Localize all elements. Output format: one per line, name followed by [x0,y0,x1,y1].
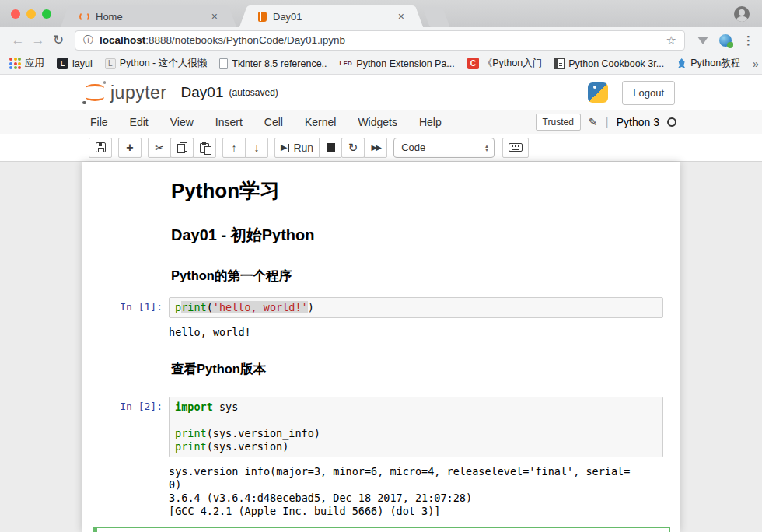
code-token: sys [213,401,239,413]
markdown-h3-first-program: Python的第一个程序 [171,268,680,285]
bookmark-label: Python Cookbook 3r... [568,58,664,69]
fast-forward-icon: ▶▶ [371,143,379,152]
paste-cell-button[interactable] [193,138,216,158]
letter-l-icon: L [105,58,116,69]
cell-type-select[interactable]: Code ▲▼ [393,138,495,158]
jupyter-logo-icon[interactable] [82,81,107,104]
step-forward-bar [288,144,289,152]
logout-button[interactable]: Logout [622,81,675,105]
code-token: p [175,301,181,313]
bookmark-label: Python - 这个人很懒 [120,57,208,70]
tab-close-icon[interactable]: × [211,10,218,23]
command-palette-button[interactable] [502,138,529,158]
bookmark-extension-packages[interactable]: LFD Python Extension Pa... [340,58,455,69]
menu-help[interactable]: Help [408,116,453,128]
bookmarks-overflow-icon[interactable]: » [753,58,759,70]
url-bar[interactable]: ⓘ localhost:8888/notebooks/PythonCode/Da… [75,30,685,51]
bookmark-star-icon[interactable]: ☆ [666,33,676,47]
window-controls[interactable] [11,9,51,19]
menu-cell[interactable]: Cell [253,116,294,128]
bookmark-layui[interactable]: L layui [57,58,93,69]
menu-file[interactable]: File [79,116,119,128]
page-info-icon[interactable]: ⓘ [83,33,93,47]
cut-cell-button[interactable]: ✂ [148,138,171,158]
notebook-toolbar: + ✂ ↑ ↓ ▶Run ↻ ▶▶ Code ▲▼ [0,134,762,162]
code-token: rint [181,301,207,313]
tab-home[interactable]: Home × [72,5,225,27]
bookmark-python-tutorial[interactable]: Python教程 [676,57,740,70]
forward-icon[interactable]: → [28,33,48,48]
code-token: (sys.version) [207,440,289,453]
keyboard-icon [509,143,523,152]
code-token: (sys.version_info) [207,427,320,439]
markdown-h1: Python学习 [171,177,680,205]
code-input[interactable]: import sysprint(sys.version_info)print(s… [169,397,663,457]
apps-grid-icon [9,58,21,69]
jupyter-brand[interactable]: jupyter [110,82,167,103]
notebook-favicon [258,12,267,22]
kernel-name: Python 3 [617,116,659,128]
restart-kernel-button[interactable]: ↻ [341,138,365,158]
reload-icon[interactable]: ↻ [48,32,68,48]
bookmark-label: Tkinter 8.5 reference.. [232,58,327,69]
layui-icon: L [57,58,68,69]
bookmark-label: Python教程 [690,57,740,70]
interrupt-kernel-button[interactable] [319,138,342,158]
menu-kernel[interactable]: Kernel [294,116,347,128]
run-label: Run [293,142,313,154]
move-cell-up-button[interactable]: ↑ [222,138,246,158]
restart-run-all-button[interactable]: ▶▶ [364,138,387,158]
cell-2-output: sys.version_info(major=3, minor=6, micro… [82,465,680,518]
tab-label: Day01 [273,11,392,23]
run-cell-button[interactable]: ▶Run [274,138,320,158]
notebook-title[interactable]: Day01 [181,84,224,101]
copy-cell-button[interactable] [170,138,194,158]
bookmark-cookbook[interactable]: Python Cookbook 3r... [554,58,664,69]
paste-icon [200,143,209,153]
output-prompt-empty [82,465,169,518]
save-button[interactable] [89,138,112,158]
code-token: import [175,401,213,413]
tab-close-icon[interactable]: × [398,10,404,23]
move-cell-down-button[interactable]: ↓ [245,138,268,158]
code-input[interactable]: print('hello, world!') [169,297,663,318]
back-icon[interactable]: ← [8,33,28,48]
select-arrows-icon: ▲▼ [484,144,489,152]
page-icon [219,58,228,69]
code-token: ) [308,301,314,313]
maximize-window-button[interactable] [42,9,51,19]
python-logo-icon [588,82,608,103]
code-cell-2[interactable]: In [2]: import sysprint(sys.version_info… [82,397,680,457]
url-host: localhost [100,34,145,46]
bookmark-python-intro[interactable]: C 《Python入门 [467,57,542,70]
browser-menu-icon[interactable]: ⋮ [743,33,754,47]
bookmark-label: Python Extension Pa... [356,58,454,69]
edit-title-pencil-icon[interactable]: ✎ [589,116,598,128]
output-prompt-empty [82,326,169,339]
menu-view[interactable]: View [159,116,204,128]
extension-v-icon[interactable] [697,37,708,44]
scissors-icon: ✂ [155,142,164,154]
code-cell-1[interactable]: In [1]: print('hello, world!') [82,297,680,318]
code-cell-3-selected[interactable]: In [ ]: [93,527,670,532]
bookmark-tkinter[interactable]: Tkinter 8.5 reference.. [219,58,327,69]
browser-window: Home × Day01 × ← → ↻ ⓘ localhost:8888/no… [0,0,762,532]
bookmark-label: layui [72,58,93,69]
new-tab-button[interactable] [422,7,449,27]
extension-globe-icon[interactable] [719,34,732,47]
profile-avatar[interactable] [734,6,750,22]
menu-edit[interactable]: Edit [119,116,159,128]
tab-day01[interactable]: Day01 × [250,5,412,27]
close-window-button[interactable] [11,9,20,19]
trusted-button[interactable]: Trusted [536,114,581,131]
bookmark-apps[interactable]: 应用 [9,57,44,70]
tab-label: Home [96,11,205,23]
menu-widgets[interactable]: Widgets [347,116,408,128]
copy-icon [177,142,187,153]
minimize-window-button[interactable] [26,9,36,19]
url-path: :8888/notebooks/PythonCode/Day01.ipynb [145,34,345,46]
markdown-h3-version: 查看Python版本 [171,361,680,378]
bookmark-python-lazy[interactable]: L Python - 这个人很懒 [105,57,208,70]
add-cell-button[interactable]: + [118,138,142,158]
menu-insert[interactable]: Insert [204,116,253,128]
